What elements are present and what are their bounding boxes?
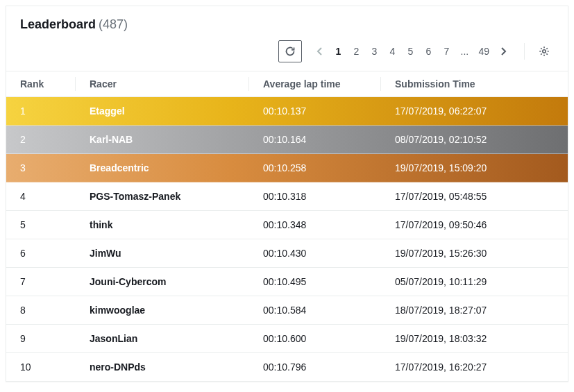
- cell-lap: 00:10.164: [249, 126, 381, 154]
- leaderboard-table: Rank Racer Average lap time Submission T…: [6, 71, 568, 381]
- page-49[interactable]: 49: [474, 42, 493, 61]
- table-row[interactable]: 9JasonLian00:10.60019/07/2019, 18:03:32: [6, 325, 568, 353]
- table-row[interactable]: 6JimWu00:10.43019/07/2019, 15:26:30: [6, 239, 568, 268]
- table-body: 1Etaggel00:10.13717/07/2019, 06:22:072Ka…: [6, 97, 568, 382]
- chevron-right-icon: [500, 46, 507, 56]
- cell-submitted: 17/07/2019, 05:48:55: [381, 182, 568, 211]
- col-header-rank[interactable]: Rank: [6, 71, 76, 97]
- cell-lap: 00:10.348: [249, 211, 381, 239]
- cell-rank: 3: [6, 154, 76, 182]
- table-header-row: Rank Racer Average lap time Submission T…: [6, 71, 568, 97]
- page-4[interactable]: 4: [384, 42, 400, 61]
- toolbar: 1234567...49: [6, 37, 568, 71]
- cell-lap: 00:10.318: [249, 182, 381, 211]
- cell-lap: 00:10.584: [249, 296, 381, 325]
- table-row[interactable]: 7Jouni-Cybercom00:10.49505/07/2019, 10:1…: [6, 268, 568, 296]
- cell-rank: 10: [6, 353, 76, 382]
- prev-page-button[interactable]: [312, 42, 328, 61]
- cell-racer: Breadcentric: [76, 154, 249, 182]
- page-ellipsis: ...: [456, 42, 473, 61]
- chevron-left-icon: [316, 46, 323, 56]
- page-2[interactable]: 2: [348, 42, 364, 61]
- card-header: Leaderboard (487): [6, 6, 568, 37]
- page-6[interactable]: 6: [420, 42, 437, 61]
- cell-racer: Jouni-Cybercom: [76, 268, 249, 296]
- next-page-button[interactable]: [495, 42, 512, 61]
- table-row[interactable]: 1Etaggel00:10.13717/07/2019, 06:22:07: [6, 97, 568, 126]
- cell-submitted: 05/07/2019, 10:11:29: [381, 268, 568, 296]
- cell-submitted: 17/07/2019, 06:22:07: [381, 97, 568, 126]
- page-title: Leaderboard: [20, 17, 96, 31]
- cell-rank: 7: [6, 268, 76, 296]
- pagination: 1234567...49: [312, 42, 512, 61]
- cell-racer: think: [76, 211, 249, 239]
- page-7[interactable]: 7: [438, 42, 455, 61]
- leaderboard-card: Leaderboard (487) 1234567...49 Ran: [6, 6, 568, 382]
- col-header-lap[interactable]: Average lap time: [249, 71, 381, 97]
- page-1[interactable]: 1: [330, 42, 346, 61]
- cell-racer: JimWu: [76, 239, 249, 268]
- col-header-submitted[interactable]: Submission Time: [381, 71, 568, 97]
- cell-racer: kimwooglae: [76, 296, 249, 325]
- cell-lap: 00:10.600: [249, 325, 381, 353]
- cell-lap: 00:10.137: [249, 97, 381, 126]
- refresh-button[interactable]: [278, 40, 302, 62]
- cell-lap: 00:10.430: [249, 239, 381, 268]
- cell-rank: 1: [6, 97, 76, 126]
- cell-rank: 5: [6, 211, 76, 239]
- gear-icon: [539, 46, 550, 57]
- record-count: (487): [99, 17, 128, 31]
- cell-lap: 00:10.258: [249, 154, 381, 182]
- table-row[interactable]: 5think00:10.34817/07/2019, 09:50:46: [6, 211, 568, 239]
- table-row[interactable]: 8kimwooglae00:10.58418/07/2019, 18:27:07: [6, 296, 568, 325]
- cell-racer: Etaggel: [76, 97, 249, 126]
- cell-rank: 9: [6, 325, 76, 353]
- cell-submitted: 19/07/2019, 18:03:32: [381, 325, 568, 353]
- page-3[interactable]: 3: [366, 42, 382, 61]
- cell-racer: JasonLian: [76, 325, 249, 353]
- table-row[interactable]: 3Breadcentric00:10.25819/07/2019, 15:09:…: [6, 154, 568, 182]
- cell-submitted: 17/07/2019, 09:50:46: [381, 211, 568, 239]
- cell-racer: PGS-Tomasz-Panek: [76, 182, 249, 211]
- col-header-racer[interactable]: Racer: [76, 71, 249, 97]
- table-row[interactable]: 10nero-DNPds00:10.79617/07/2019, 16:20:2…: [6, 353, 568, 382]
- cell-submitted: 17/07/2019, 16:20:27: [381, 353, 568, 382]
- cell-submitted: 08/07/2019, 02:10:52: [381, 126, 568, 154]
- cell-rank: 2: [6, 126, 76, 154]
- cell-lap: 00:10.495: [249, 268, 381, 296]
- cell-submitted: 18/07/2019, 18:27:07: [381, 296, 568, 325]
- cell-submitted: 19/07/2019, 15:26:30: [381, 239, 568, 268]
- toolbar-divider: [524, 43, 525, 60]
- refresh-icon: [285, 46, 296, 57]
- cell-rank: 6: [6, 239, 76, 268]
- cell-submitted: 19/07/2019, 15:09:20: [381, 154, 568, 182]
- cell-racer: nero-DNPds: [76, 353, 249, 382]
- cell-rank: 8: [6, 296, 76, 325]
- cell-rank: 4: [6, 182, 76, 211]
- table-row[interactable]: 2Karl-NAB00:10.16408/07/2019, 02:10:52: [6, 126, 568, 154]
- settings-button[interactable]: [534, 42, 554, 61]
- cell-lap: 00:10.796: [249, 353, 381, 382]
- page-5[interactable]: 5: [402, 42, 419, 61]
- svg-point-0: [543, 50, 546, 53]
- cell-racer: Karl-NAB: [76, 126, 249, 154]
- table-row[interactable]: 4PGS-Tomasz-Panek00:10.31817/07/2019, 05…: [6, 182, 568, 211]
